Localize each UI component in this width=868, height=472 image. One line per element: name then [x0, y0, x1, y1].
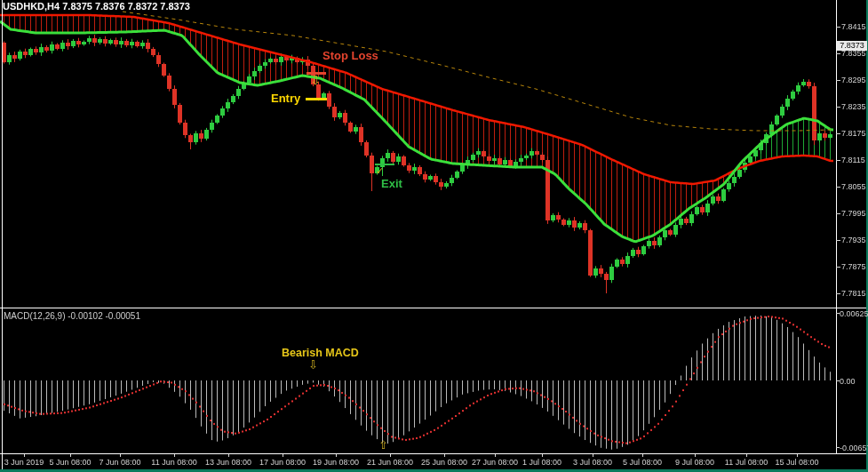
price-axis-label: 7.8175 — [841, 129, 866, 138]
price-axis-label: 7.7935 — [841, 236, 866, 244]
time-axis-label: 21 Jun 08:00 — [367, 458, 413, 467]
price-axis-label: 7.7815 — [841, 289, 866, 298]
macd-axis-label: -0.00657 — [840, 444, 868, 452]
price-axis-label: 7.8295 — [841, 76, 866, 84]
price-axis-label: 7.8235 — [841, 102, 866, 111]
price-axis-label: 7.8415 — [841, 22, 866, 31]
sell-entry-arrow-icon[interactable]: ⇩ — [310, 74, 321, 86]
entry-label[interactable]: Entry — [271, 92, 300, 105]
entry-line[interactable] — [306, 98, 327, 100]
time-axis-label: 17 Jun 08:00 — [259, 458, 306, 467]
time-axis-label: 15 Jul 08:00 — [775, 458, 818, 467]
time-axis-label: 5 Jul 08:00 — [623, 458, 662, 467]
current-price-tag: 7.8373 — [837, 41, 867, 51]
price-axis-label: 7.7875 — [841, 262, 866, 271]
time-axis-label: 1 Jul 08:00 — [522, 458, 561, 467]
time-axis-label: 11 Jul 08:00 — [725, 458, 768, 467]
exit-check-icon[interactable]: ✓ — [376, 166, 384, 176]
time-axis-label: 9 Jul 08:00 — [675, 458, 714, 467]
chart-title: USDHKD,H4 7.8375 7.8376 7.8372 7.8373 — [3, 1, 190, 12]
time-axis-label: 5 Jun 08:00 — [49, 458, 91, 467]
time-axis-label: 19 Jun 08:00 — [313, 458, 359, 467]
macd-indicator-label: MACD(12,26,9) -0.00102 -0.00051 — [4, 311, 140, 321]
bearish-macd-label[interactable]: Bearish MACD — [282, 347, 359, 359]
macd-axis-label: 0.00 — [840, 377, 856, 386]
exit-label[interactable]: Exit — [381, 177, 402, 190]
price-axis-label: 7.8055 — [841, 182, 866, 191]
macd-trough-arrow-icon[interactable]: ⇧ — [378, 439, 388, 451]
chart-canvas[interactable] — [0, 0, 868, 472]
price-axis-label: 7.8115 — [841, 156, 865, 164]
bearish-macd-arrow-icon[interactable]: ⇩ — [308, 359, 318, 371]
time-axis-label: 7 Jun 08:00 — [99, 458, 140, 467]
exit-line[interactable] — [375, 164, 394, 165]
time-axis-label: 11 Jun 08:00 — [151, 458, 196, 467]
time-axis-label: 3 Jun 2019 — [4, 458, 44, 467]
macd-axis-label: 0.00625 — [840, 309, 868, 318]
price-axis-label: 7.7995 — [841, 209, 866, 218]
time-axis-label: 3 Jul 08:00 — [573, 458, 612, 467]
time-axis-label: 13 Jun 08:00 — [205, 458, 251, 467]
time-axis-label: 25 Jun 08:00 — [421, 458, 467, 467]
stop-loss-label[interactable]: Stop Loss — [323, 49, 378, 62]
mt4-chart-window: USDHKD,H4 7.8375 7.8376 7.8372 7.8373 MA… — [0, 0, 868, 472]
time-axis-label: 27 Jun 08:00 — [472, 458, 518, 467]
